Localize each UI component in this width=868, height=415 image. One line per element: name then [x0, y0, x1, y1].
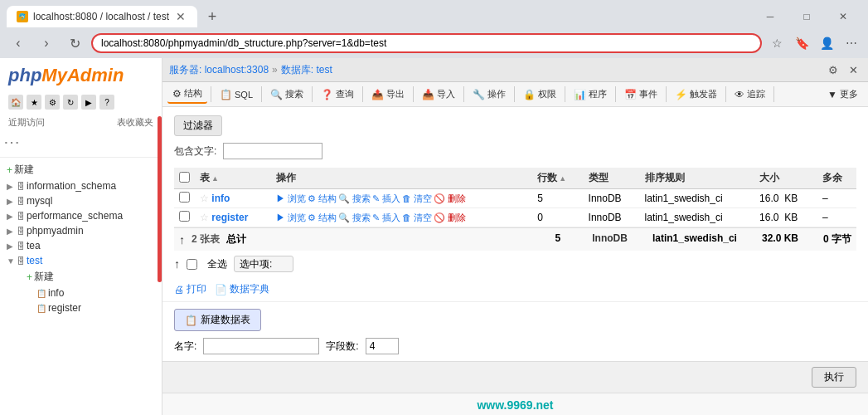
- sort-rows[interactable]: 行数 ▲: [537, 171, 578, 185]
- bookmark-icon[interactable]: 🔖: [792, 33, 812, 53]
- execute-button[interactable]: 执行: [812, 367, 856, 388]
- breadcrumb-server[interactable]: 服务器: localhost:3308: [169, 63, 269, 77]
- data-dict-link[interactable]: 📄 数据字典: [215, 282, 269, 296]
- toolbar-sql[interactable]: 📋 SQL: [215, 85, 258, 104]
- empty-action[interactable]: 🗑 清空: [402, 212, 432, 224]
- sidebar-item-test[interactable]: ▼ 🗄 test: [0, 253, 162, 268]
- select-all-label: 全选: [207, 257, 227, 271]
- delete-action[interactable]: 🚫 删除: [434, 193, 466, 205]
- browse-action[interactable]: ▶ 浏览: [276, 212, 306, 224]
- select-all-checkbox[interactable]: [179, 172, 190, 183]
- table-icon: 📋: [36, 289, 46, 298]
- triggers-icon: ⚡: [675, 89, 687, 100]
- pma-help-icon[interactable]: ?: [99, 95, 114, 110]
- new-table-name-input[interactable]: [203, 338, 319, 354]
- name-label: 名字:: [174, 339, 196, 354]
- toolbar-import[interactable]: 📥 导入: [417, 85, 460, 104]
- row-table-link[interactable]: register: [211, 212, 248, 223]
- sidebar-item-test-register[interactable]: 📋 register: [0, 300, 162, 315]
- header-rows: 行数 ▲: [532, 168, 583, 189]
- toolbar-sql-label: SQL: [235, 90, 253, 100]
- settings-icon[interactable]: ⚙: [825, 61, 841, 78]
- toolbar-operations[interactable]: 🔧 操作: [468, 85, 511, 104]
- footer-label: 总计: [226, 232, 246, 247]
- sidebar-item-performance-schema[interactable]: ▶ 🗄 performance_schema: [0, 208, 162, 223]
- pma-home-icon[interactable]: 🏠: [8, 95, 23, 110]
- bottom-select-all[interactable]: [187, 259, 197, 270]
- sort-table[interactable]: 表 ▲: [200, 171, 266, 185]
- sidebar-item-mysql[interactable]: ▶ 🗄 mysql: [0, 193, 162, 208]
- row-table-link[interactable]: info: [211, 193, 230, 204]
- search-action[interactable]: 🔍 搜索: [338, 212, 371, 224]
- forward-button[interactable]: ›: [35, 32, 58, 55]
- row-star[interactable]: ☆: [200, 193, 209, 204]
- toolbar-export[interactable]: 📤 导出: [366, 85, 410, 104]
- up-arrow[interactable]: ↑: [179, 233, 185, 247]
- toolbar-privileges[interactable]: 🔒 权限: [518, 85, 561, 104]
- pma-console-icon[interactable]: ▶: [81, 95, 96, 110]
- browse-action[interactable]: ▶ 浏览: [276, 193, 306, 205]
- toolbar-search[interactable]: 🔍 搜索: [265, 85, 308, 104]
- pma-star-icon[interactable]: ★: [27, 95, 41, 110]
- structure-action[interactable]: ⚙ 结构: [308, 193, 337, 205]
- pma-settings-icon[interactable]: ⚙: [45, 95, 60, 110]
- row-star[interactable]: ☆: [200, 212, 209, 223]
- sidebar-item-tea[interactable]: ▶ 🗄 tea: [0, 238, 162, 253]
- new-tab-button[interactable]: +: [201, 5, 224, 28]
- sidebar-new-item[interactable]: + 新建: [0, 161, 162, 178]
- back-button[interactable]: ‹: [7, 32, 30, 55]
- star-icon[interactable]: ☆: [767, 33, 787, 53]
- sidebar-item-phpmyadmin[interactable]: ▶ 🗄 phpmyadmin: [0, 223, 162, 238]
- toolbar-routines[interactable]: 📊 程序: [569, 85, 612, 104]
- tab-title: localhost:8080 / localhost / test: [33, 11, 169, 22]
- sidebar-toggle[interactable]: ⋯: [3, 133, 20, 151]
- toolbar-triggers[interactable]: ⚡ 触发器: [670, 85, 722, 104]
- toolbar-triggers-label: 触发器: [690, 88, 717, 100]
- insert-action[interactable]: ✎ 插入: [372, 212, 400, 224]
- empty-action[interactable]: 🗑 清空: [402, 193, 432, 205]
- tab-close-button[interactable]: ✕: [174, 10, 187, 23]
- tracking-icon: 👁: [735, 89, 744, 100]
- select-dropdown[interactable]: 选中项:: [234, 256, 293, 272]
- toolbar-more[interactable]: ▼ 更多: [822, 85, 863, 104]
- new-table-button[interactable]: 📋 新建数据表: [174, 309, 261, 331]
- print-link[interactable]: 🖨 打印: [174, 282, 206, 296]
- menu-icon[interactable]: ⋯: [841, 33, 861, 53]
- insert-action[interactable]: ✎ 插入: [372, 193, 400, 205]
- search-icon: 🔍: [270, 89, 283, 100]
- sidebar-item-test-new[interactable]: + 新建: [0, 268, 162, 286]
- action-icons: ▶ 浏览 ⚙ 结构 🔍 搜索 ✎ 插入 🗑 清空 🚫 删除: [276, 193, 527, 205]
- minimize-button[interactable]: ─: [752, 5, 788, 28]
- active-tab[interactable]: 🐬 localhost:8080 / localhost / test ✕: [7, 6, 197, 27]
- row-select-checkbox[interactable]: [179, 211, 190, 222]
- sidebar-item-test-info[interactable]: 📋 info: [0, 286, 162, 300]
- address-highlight: localhost:8080/phpmyadmin/: [101, 37, 228, 49]
- filter-input[interactable]: [223, 143, 322, 159]
- toolbar-query[interactable]: ❓ 查询: [316, 85, 359, 104]
- row-select-checkbox[interactable]: [179, 192, 190, 203]
- reload-button[interactable]: ↻: [63, 32, 86, 55]
- pma-refresh-icon[interactable]: ↻: [63, 95, 78, 110]
- events-icon: 📅: [624, 89, 637, 100]
- pma-quick-icons: 🏠 ★ ⚙ ↻ ▶ ?: [0, 93, 162, 115]
- structure-action[interactable]: ⚙ 结构: [308, 212, 337, 224]
- toolbar-structure[interactable]: ⚙ 结构: [167, 85, 207, 104]
- toolbar-import-label: 导入: [437, 88, 455, 100]
- account-icon[interactable]: 👤: [817, 33, 836, 53]
- expand-icon: ▶: [7, 227, 15, 236]
- address-text: localhost:8080/phpmyadmin/db_structure.p…: [101, 37, 386, 49]
- nav-bar: ‹ › ↻ localhost:8080/phpmyadmin/db_struc…: [0, 28, 868, 58]
- filter-button[interactable]: 过滤器: [174, 115, 222, 136]
- up-arrow-btn[interactable]: ↑: [174, 257, 180, 271]
- close-panel-icon[interactable]: ✕: [845, 61, 861, 78]
- delete-action[interactable]: 🚫 删除: [434, 212, 466, 224]
- toolbar-events[interactable]: 📅 事件: [619, 85, 662, 104]
- address-bar[interactable]: localhost:8080/phpmyadmin/db_structure.p…: [91, 33, 762, 53]
- breadcrumb-database[interactable]: 数据库: test: [281, 63, 332, 77]
- search-action[interactable]: 🔍 搜索: [338, 193, 371, 205]
- close-button[interactable]: ✕: [825, 5, 861, 28]
- sidebar-item-information-schema[interactable]: ▶ 🗄 information_schema: [0, 178, 162, 193]
- field-count-input[interactable]: [366, 338, 399, 354]
- toolbar-tracking[interactable]: 👁 追踪: [730, 85, 770, 104]
- maximize-button[interactable]: □: [788, 5, 825, 28]
